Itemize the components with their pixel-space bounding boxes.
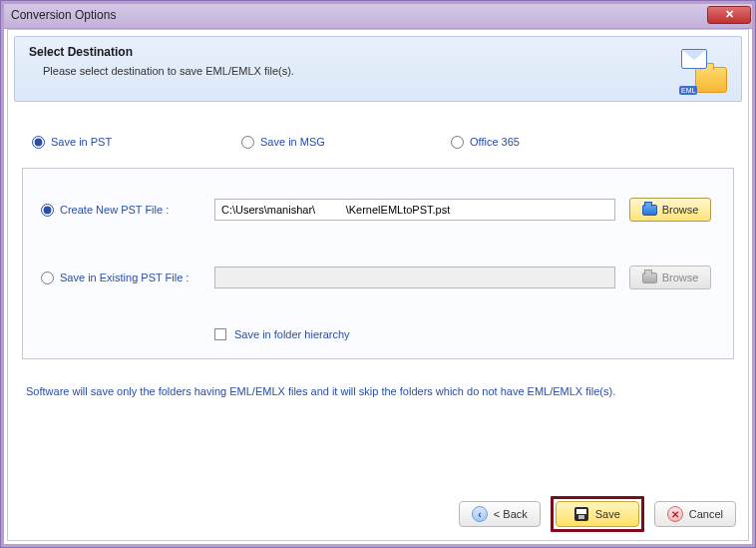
pst-options-panel: Create New PST File : Browse (22, 168, 734, 359)
hierarchy-label: Save in folder hierarchy (234, 328, 350, 340)
hierarchy-checkbox[interactable] (214, 328, 226, 340)
existing-pst-label: Save in Existing PST File : (60, 272, 189, 283)
header-subtitle: Please select destination to save EML/EM… (43, 65, 727, 77)
cancel-button-label: Cancel (689, 508, 723, 520)
folder-open-icon (642, 273, 657, 283)
header-panel: Select Destination Please select destina… (14, 36, 742, 102)
radio-office365-label: Office 365 (470, 136, 520, 148)
browse-existing-pst-button: Browse (629, 266, 711, 289)
floppy-disk-icon (574, 507, 588, 521)
create-new-pst-path-input[interactable] (214, 199, 615, 221)
existing-pst-path-input (214, 267, 615, 288)
radio-save-pst-input[interactable] (32, 136, 45, 149)
save-button[interactable]: Save (556, 501, 639, 527)
save-button-label: Save (595, 508, 620, 520)
header-title: Select Destination (29, 45, 727, 59)
radio-save-msg[interactable]: Save in MSG (241, 136, 325, 149)
cancel-button[interactable]: ✕ Cancel (654, 501, 736, 527)
client-area: Select Destination Please select destina… (7, 29, 749, 541)
browse-new-pst-label: Browse (662, 204, 699, 216)
hierarchy-row: Save in folder hierarchy (214, 328, 715, 340)
browse-existing-pst-label: Browse (662, 272, 699, 283)
create-new-row: Create New PST File : Browse (41, 193, 715, 227)
window-title: Conversion Options (11, 8, 116, 22)
radio-existing-pst[interactable] (41, 272, 54, 284)
radio-office365[interactable]: Office 365 (451, 136, 520, 149)
radio-save-pst[interactable]: Save in PST (32, 136, 112, 149)
radio-office365-input[interactable] (451, 136, 464, 149)
radio-create-new-pst[interactable] (41, 204, 54, 217)
back-button-label: < Back (494, 508, 528, 520)
conversion-options-window: Conversion Options ✕ Select Destination … (0, 0, 756, 548)
folder-open-icon (642, 205, 657, 216)
close-icon: ✕ (725, 8, 734, 21)
radio-save-msg-label: Save in MSG (260, 136, 325, 148)
create-new-pst-label: Create New PST File : (60, 204, 169, 216)
radio-save-msg-input[interactable] (241, 136, 254, 149)
output-format-radios: Save in PST Save in MSG Office 365 (32, 128, 734, 158)
close-button[interactable]: ✕ (707, 6, 751, 24)
close-icon: ✕ (667, 506, 683, 522)
arrow-left-icon: ‹ (472, 506, 488, 522)
radio-save-pst-label: Save in PST (51, 136, 112, 148)
existing-pst-row: Save in Existing PST File : Browse (41, 261, 715, 294)
titlebar: Conversion Options ✕ (1, 1, 755, 29)
browse-new-pst-button[interactable]: Browse (629, 198, 711, 222)
footer-buttons: ‹ < Back Save ✕ Cancel (459, 496, 736, 532)
body: Save in PST Save in MSG Office 365 (8, 102, 748, 406)
info-note: Software will save only the folders havi… (26, 383, 730, 400)
back-button[interactable]: ‹ < Back (459, 501, 541, 527)
eml-folder-icon: EML (681, 47, 727, 93)
save-highlight: Save (551, 496, 644, 532)
